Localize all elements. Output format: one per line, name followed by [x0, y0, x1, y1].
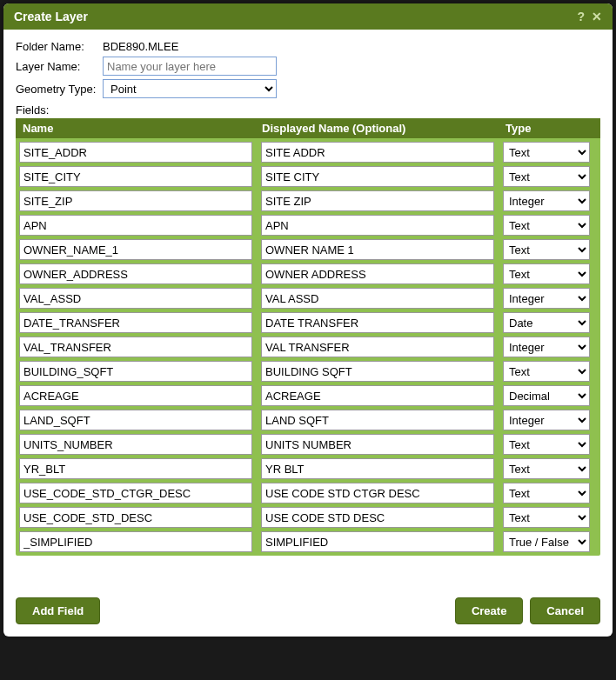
table-row: TextIntegerDecimalDateTrue / False: [19, 187, 597, 211]
field-name-input[interactable]: [19, 531, 252, 552]
field-type-select[interactable]: TextIntegerDecimalDateTrue / False: [503, 312, 590, 333]
grid-header: Name Displayed Name (Optional) Type: [16, 118, 600, 138]
table-row: TextIntegerDecimalDateTrue / False: [19, 236, 597, 260]
field-displayed-input[interactable]: [261, 531, 494, 552]
field-type-select[interactable]: TextIntegerDecimalDateTrue / False: [503, 361, 590, 382]
folder-name-label: Folder Name:: [16, 40, 103, 53]
header-type: Type: [504, 122, 591, 135]
field-name-input[interactable]: [19, 190, 252, 211]
field-name-input[interactable]: [19, 142, 252, 163]
fields-grid: Name Displayed Name (Optional) Type Text…: [16, 118, 600, 556]
folder-name-value: BDE890.MLEE: [103, 40, 178, 53]
folder-name-row: Folder Name: BDE890.MLEE: [16, 40, 600, 53]
field-displayed-input[interactable]: [261, 434, 494, 455]
field-name-input[interactable]: [19, 312, 252, 333]
field-name-input[interactable]: [19, 507, 252, 528]
close-icon[interactable]: ✕: [592, 10, 602, 23]
table-row: TextIntegerDecimalDateTrue / False: [19, 430, 597, 455]
create-layer-dialog: Create Layer ? ✕ Folder Name: BDE890.MLE…: [3, 3, 613, 637]
layer-name-label: Layer Name:: [16, 60, 103, 73]
table-row: TextIntegerDecimalDateTrue / False: [19, 163, 597, 187]
field-name-input[interactable]: [19, 239, 252, 260]
field-type-select[interactable]: TextIntegerDecimalDateTrue / False: [503, 239, 590, 260]
table-row: TextIntegerDecimalDateTrue / False: [19, 455, 597, 479]
geometry-type-row: Geometry Type: Point: [16, 79, 600, 98]
field-name-input[interactable]: [19, 483, 252, 503]
table-row: TextIntegerDecimalDateTrue / False: [19, 284, 597, 309]
field-type-select[interactable]: TextIntegerDecimalDateTrue / False: [503, 410, 590, 430]
field-name-input[interactable]: [19, 166, 252, 187]
field-type-select[interactable]: TextIntegerDecimalDateTrue / False: [503, 142, 590, 163]
table-row: TextIntegerDecimalDateTrue / False: [19, 333, 597, 357]
geometry-type-select[interactable]: Point: [103, 79, 277, 98]
create-button[interactable]: Create: [455, 597, 523, 624]
field-name-input[interactable]: [19, 458, 252, 479]
field-displayed-input[interactable]: [261, 410, 494, 430]
table-row: TextIntegerDecimalDateTrue / False: [19, 309, 597, 333]
field-displayed-input[interactable]: [261, 142, 494, 163]
field-name-input[interactable]: [19, 385, 252, 406]
field-displayed-input[interactable]: [261, 263, 494, 284]
table-row: TextIntegerDecimalDateTrue / False: [19, 357, 597, 382]
help-icon[interactable]: ?: [577, 10, 585, 23]
table-row: TextIntegerDecimalDateTrue / False: [19, 211, 597, 236]
layer-name-input[interactable]: [103, 57, 277, 76]
fields-label: Fields:: [16, 103, 600, 117]
field-type-select[interactable]: TextIntegerDecimalDateTrue / False: [503, 166, 590, 187]
field-type-select[interactable]: TextIntegerDecimalDateTrue / False: [503, 458, 590, 479]
geometry-type-label: Geometry Type:: [16, 83, 103, 96]
cancel-button[interactable]: Cancel: [530, 597, 600, 624]
field-displayed-input[interactable]: [261, 483, 494, 503]
field-displayed-input[interactable]: [261, 166, 494, 187]
field-type-select[interactable]: TextIntegerDecimalDateTrue / False: [503, 531, 590, 552]
grid-body: TextIntegerDecimalDateTrue / FalseTextIn…: [16, 138, 600, 552]
field-name-input[interactable]: [19, 288, 252, 309]
field-type-select[interactable]: TextIntegerDecimalDateTrue / False: [503, 215, 590, 236]
field-displayed-input[interactable]: [261, 361, 494, 382]
add-field-button[interactable]: Add Field: [16, 597, 100, 624]
field-type-select[interactable]: TextIntegerDecimalDateTrue / False: [503, 190, 590, 211]
field-displayed-input[interactable]: [261, 507, 494, 528]
table-row: TextIntegerDecimalDateTrue / False: [19, 260, 597, 284]
field-name-input[interactable]: [19, 263, 252, 284]
field-type-select[interactable]: TextIntegerDecimalDateTrue / False: [503, 337, 590, 357]
dialog-title: Create Layer: [14, 10, 88, 23]
field-type-select[interactable]: TextIntegerDecimalDateTrue / False: [503, 263, 590, 284]
header-name: Name: [21, 122, 260, 135]
table-row: TextIntegerDecimalDateTrue / False: [19, 528, 597, 552]
field-displayed-input[interactable]: [261, 215, 494, 236]
field-name-input[interactable]: [19, 361, 252, 382]
field-name-input[interactable]: [19, 434, 252, 455]
titlebar: Create Layer ? ✕: [3, 3, 613, 30]
layer-name-row: Layer Name:: [16, 57, 600, 76]
header-displayed: Displayed Name (Optional): [260, 122, 504, 135]
field-displayed-input[interactable]: [261, 337, 494, 357]
field-name-input[interactable]: [19, 410, 252, 430]
field-displayed-input[interactable]: [261, 458, 494, 479]
table-row: TextIntegerDecimalDateTrue / False: [19, 503, 597, 528]
field-displayed-input[interactable]: [261, 190, 494, 211]
field-type-select[interactable]: TextIntegerDecimalDateTrue / False: [503, 434, 590, 455]
table-row: TextIntegerDecimalDateTrue / False: [19, 479, 597, 503]
field-displayed-input[interactable]: [261, 312, 494, 333]
table-row: TextIntegerDecimalDateTrue / False: [19, 406, 597, 430]
field-displayed-input[interactable]: [261, 239, 494, 260]
field-type-select[interactable]: TextIntegerDecimalDateTrue / False: [503, 483, 590, 503]
field-type-select[interactable]: TextIntegerDecimalDateTrue / False: [503, 385, 590, 406]
field-name-input[interactable]: [19, 337, 252, 357]
table-row: TextIntegerDecimalDateTrue / False: [19, 138, 597, 163]
field-name-input[interactable]: [19, 215, 252, 236]
table-row: TextIntegerDecimalDateTrue / False: [19, 382, 597, 406]
footer: Add Field Create Cancel: [16, 597, 600, 624]
field-displayed-input[interactable]: [261, 288, 494, 309]
field-type-select[interactable]: TextIntegerDecimalDateTrue / False: [503, 507, 590, 528]
field-displayed-input[interactable]: [261, 385, 494, 406]
field-type-select[interactable]: TextIntegerDecimalDateTrue / False: [503, 288, 590, 309]
dialog-content: Folder Name: BDE890.MLEE Layer Name: Geo…: [3, 30, 613, 637]
